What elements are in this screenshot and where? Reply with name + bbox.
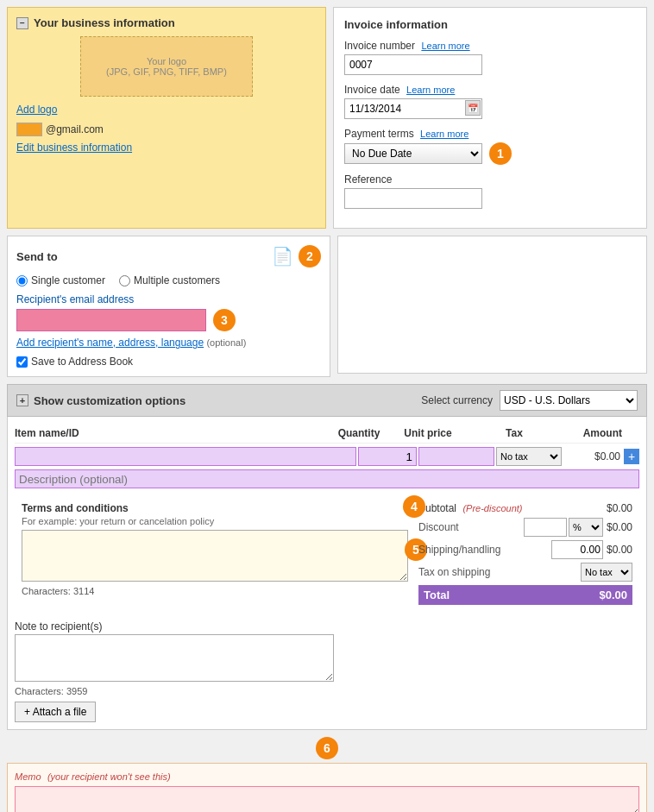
main-container: − Your business information Your logo (J… [0,0,654,812]
discount-row: Discount % $ $0.00 [418,518,632,537]
invoice-number-input[interactable] [344,54,482,75]
col-qty-header: Quantity [329,427,389,439]
add-recipient-link[interactable]: Add recipient's name, address, language [16,337,204,349]
save-address-row: Save to Address Book [16,356,321,368]
invoice-number-learn-more[interactable]: Learn more [421,41,469,51]
logo-placeholder: Your logo (JPG, GIF, PNG, TIFF, BMP) [80,36,253,97]
send-to-title: Send to [16,250,58,263]
terms-char-count: Characters: 3114 [22,586,408,596]
calendar-icon[interactable]: 📅 [465,100,481,116]
reference-input[interactable] [344,188,482,209]
tax-select[interactable]: No tax 5% 10% 15% [496,447,562,466]
collapse-icon[interactable]: − [16,17,28,29]
subtotal-label: Subtotal (Pre-discount) [418,502,522,514]
business-panel-header: − Your business information [16,16,317,29]
single-customer-label: Single customer [31,274,105,286]
currency-select[interactable]: USD - U.S. Dollars EUR - Euro GBP - Brit… [500,390,638,411]
step-3-badge: 3 [213,309,236,331]
expand-icon[interactable]: + [16,394,28,406]
discount-value-input[interactable] [524,518,567,537]
items-header: Item name/ID Quantity Unit price Tax Amo… [15,424,639,444]
terms-section: Terms and conditions For example: your r… [15,495,415,612]
save-address-label: Save to Address Book [31,356,133,368]
step-4-badge: 4 [403,495,425,518]
shipping-row: Shipping/handling $0.00 [418,540,632,559]
email-row: @gmail.com [16,123,317,136]
total-label: Total [424,589,450,601]
invoice-date-label: Invoice date Learn more [344,84,636,96]
tax-shipping-select[interactable]: No tax 5% 10% [581,563,632,582]
send-to-panel: Send to 📄 2 Single customer Multip [7,236,330,377]
save-address-checkbox[interactable] [16,356,28,368]
discount-type-select[interactable]: % $ [569,518,603,537]
price-input[interactable] [418,447,494,466]
terms-textarea[interactable] [22,530,408,582]
invoice-panel: Invoice information Invoice number Learn… [333,7,647,229]
item-name-input[interactable] [15,447,356,466]
invoice-date-learn-more[interactable]: Learn more [406,85,455,95]
tax-shipping-label: Tax on shipping [418,566,490,578]
invoice-panel-title: Invoice information [344,18,636,31]
send-to-header: Send to 📄 2 [16,245,321,268]
attach-file-button[interactable]: + Attach a file [15,702,96,722]
step-1-badge: 1 [489,142,512,165]
discount-label: Discount [418,521,459,533]
memo-sub-label: (your recipient won't see this) [47,771,171,782]
recipient-label: Recipient's email address [16,293,321,305]
payment-learn-more[interactable]: Learn more [420,129,468,139]
currency-label: Select currency [421,394,493,406]
invoice-number-group: Invoice number Learn more [344,40,636,75]
description-input[interactable] [15,469,639,488]
note-textarea[interactable] [15,634,334,682]
single-customer-option[interactable]: Single customer [16,274,105,286]
tax-shipping-row: Tax on shipping No tax 5% 10% [418,563,632,582]
totals-section: 4 Subtotal (Pre-discount) $0.00 Discount [415,495,639,612]
memo-textarea[interactable] [15,786,639,812]
payment-terms-group: Payment terms Learn more No Due Date Due… [344,128,636,165]
note-section: Note to recipient(s) Characters: 3959 + … [15,620,639,722]
multiple-customers-radio[interactable] [119,275,130,286]
invoice-number-label: Invoice number Learn more [344,40,636,52]
multiple-customers-option[interactable]: Multiple customers [119,274,220,286]
currency-row: Select currency USD - U.S. Dollars EUR -… [421,390,638,411]
show-options-label: Show customization options [34,394,186,407]
send-to-right-panel [337,236,647,374]
email-color-box [16,123,42,136]
bottom-calc-row: Terms and conditions For example: your r… [15,495,639,612]
show-options-toggle[interactable]: + Show customization options [16,394,186,407]
col-tax-header: Tax [467,427,562,439]
payment-terms-select[interactable]: No Due Date Due on receipt Net 15 Net 30… [344,143,482,164]
total-row: Total $0.00 [418,585,632,605]
item-row: No tax 5% 10% 15% $0.00 + [15,447,639,466]
memo-label: Memo (your recipient won't see this) [15,771,639,783]
subtotal-row: Subtotal (Pre-discount) $0.00 [418,502,632,514]
discount-amount: $0.00 [607,521,632,533]
total-value: $0.00 [599,589,627,601]
invoice-date-input[interactable] [344,98,482,119]
optional-text: (optional) [206,337,246,348]
options-bar: + Show customization options Select curr… [7,384,647,417]
business-panel: − Your business information Your logo (J… [7,7,326,229]
edit-info-link[interactable]: Edit business information [16,142,132,154]
shipping-input[interactable] [551,540,603,559]
payment-terms-label: Payment terms Learn more [344,128,636,140]
add-logo-link[interactable]: Add logo [16,104,317,116]
add-item-button[interactable]: + [624,449,639,464]
contact-book-icon[interactable]: 📄 [272,246,293,267]
customization-section: + Show customization options Select curr… [7,384,647,730]
col-price-header: Unit price [389,427,467,439]
multiple-customers-label: Multiple customers [134,274,220,286]
discount-inputs: % $ [524,518,603,537]
invoice-date-group: Invoice date Learn more 📅 [344,84,636,119]
col-amount-header: Amount [562,427,622,439]
send-to-header-left: Send to [16,250,58,263]
business-panel-title: Your business information [34,16,175,29]
qty-input[interactable] [358,447,417,466]
single-customer-radio[interactable] [16,275,28,286]
invoice-date-wrap: 📅 [344,98,482,119]
recipient-email-input[interactable] [16,309,206,331]
pre-discount-label: (Pre-discount) [462,503,522,513]
step-2-badge: 2 [299,245,321,268]
col-item-header: Item name/ID [15,427,329,439]
shipping-value: $0.00 [607,544,632,556]
